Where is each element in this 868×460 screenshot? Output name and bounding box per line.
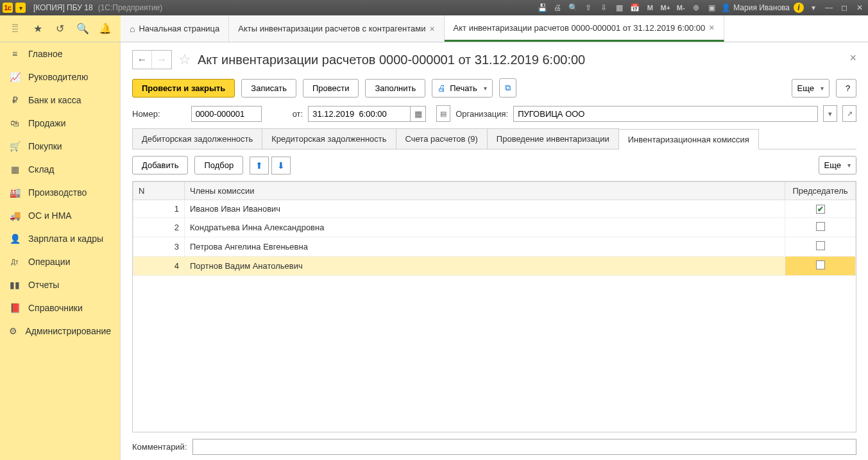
save-button[interactable]: Записать — [241, 79, 296, 98]
chairman-checkbox[interactable] — [816, 241, 825, 250]
sidebar-item-label: Руководителю — [28, 72, 88, 82]
sidebar-item-hr[interactable]: 👤Зарплата и кадры — [0, 227, 120, 250]
org-open-icon[interactable]: ↗ — [842, 105, 856, 122]
table-more-button[interactable]: Еще▾ — [819, 156, 856, 175]
tab-act-document[interactable]: Акт инвентаризации расчетов 0000-000001 … — [445, 15, 724, 42]
structure-button[interactable]: ⧉ — [499, 78, 516, 98]
table-row[interactable]: 3 Петрова Ангелина Евгеньевна — [133, 237, 856, 257]
org-dropdown-icon[interactable]: ▾ — [823, 105, 837, 122]
cell-member: Петрова Ангелина Евгеньевна — [185, 237, 785, 257]
sidebar-item-label: Операции — [28, 257, 71, 267]
memory-mminus-icon[interactable]: M- — [675, 2, 686, 13]
nav-forward-button[interactable]: → — [152, 51, 171, 69]
print-button[interactable]: 🖨 Печать ▾ — [432, 79, 493, 98]
help-button[interactable]: ? — [836, 79, 856, 98]
sidebar-item-purchases[interactable]: 🛒Покупки — [0, 135, 120, 158]
move-down-button[interactable]: ⬇ — [271, 157, 291, 175]
user-icon: 👤 — [721, 3, 731, 12]
tab-acts-label: Акты инвентаризации расчетов с контраген… — [238, 24, 425, 33]
subtab-inventory[interactable]: Проведение инвентаризации — [487, 128, 619, 149]
col-number[interactable]: N — [133, 182, 185, 200]
document-title: Акт инвентаризации расчетов 0000-000001 … — [198, 53, 585, 67]
close-document-icon[interactable]: × — [849, 51, 856, 65]
doc-icon[interactable]: ▤ — [436, 105, 450, 122]
app-menu-dropdown-icon[interactable]: ▾ — [15, 3, 26, 13]
save-icon[interactable]: 💾 — [536, 2, 548, 13]
pick-button[interactable]: Подбор — [194, 156, 243, 175]
sidebar-item-sales[interactable]: 🛍Продажи — [0, 112, 120, 135]
zoom-icon[interactable]: ⊕ — [690, 2, 702, 13]
sidebar-item-main[interactable]: ≡Главное — [0, 42, 120, 65]
chairman-checkbox[interactable]: ✔ — [816, 205, 825, 214]
maximize-icon[interactable]: ◻ — [838, 2, 850, 13]
truck-icon: 🚚 — [9, 210, 21, 221]
memory-mplus-icon[interactable]: M+ — [660, 2, 671, 13]
subtab-accounts[interactable]: Счета расчетов (9) — [396, 128, 488, 149]
doc-up-icon[interactable]: ⇧ — [583, 2, 594, 13]
sidebar-item-production[interactable]: 🏭Производство — [0, 181, 120, 204]
ruble-icon: ₽ — [9, 95, 21, 105]
fill-button[interactable]: Заполнить — [365, 79, 425, 98]
sidebar-item-operations[interactable]: ДтОперации — [0, 250, 120, 273]
chairman-checkbox[interactable] — [816, 222, 825, 231]
history-icon[interactable]: ↺ — [53, 22, 67, 36]
sidebar-item-catalogs[interactable]: 📕Справочники — [0, 296, 120, 319]
search-icon[interactable]: 🔍 — [76, 22, 90, 36]
sidebar-item-warehouse[interactable]: ▦Склад — [0, 158, 120, 181]
post-and-close-button[interactable]: Провести и закрыть — [132, 79, 235, 98]
favorite-star-icon[interactable]: ☆ — [178, 51, 191, 68]
minimize-icon[interactable]: — — [823, 2, 835, 13]
notifications-icon[interactable]: 🔔 — [98, 22, 112, 36]
close-window-icon[interactable]: ✕ — [854, 2, 865, 13]
chevron-down-icon: ▾ — [847, 162, 851, 169]
subtab-creditor[interactable]: Кредиторская задолженность — [262, 128, 396, 149]
sidebar-item-manager[interactable]: 📈Руководителю — [0, 65, 120, 89]
add-row-button[interactable]: Добавить — [132, 156, 188, 175]
sidebar-item-admin[interactable]: ⚙Администрирование — [0, 319, 120, 343]
sidebar-item-label: ОС и НМА — [28, 210, 72, 221]
doc-down-icon[interactable]: ⇩ — [598, 2, 609, 13]
comment-input[interactable] — [192, 439, 857, 455]
info-icon[interactable]: i — [794, 3, 804, 13]
tab-home[interactable]: ⌂ Начальная страница — [121, 15, 229, 42]
dropdown-icon[interactable]: ▾ — [808, 2, 819, 13]
col-member[interactable]: Члены комиссии — [185, 182, 785, 200]
nav-back-button[interactable]: ← — [133, 51, 152, 69]
number-label: Номер: — [132, 109, 160, 119]
print-icon[interactable]: 🖨 — [552, 2, 563, 13]
printer-icon: 🖨 — [438, 83, 446, 93]
more-label: Еще — [797, 83, 814, 93]
window-subtitle: (1С:Предприятие) — [98, 3, 163, 12]
sidebar-item-assets[interactable]: 🚚ОС и НМА — [0, 204, 120, 227]
table-row[interactable]: 4 Портнов Вадим Анатольевич — [133, 257, 856, 276]
tab-acts-list[interactable]: Акты инвентаризации расчетов с контраген… — [229, 15, 444, 42]
col-chairman[interactable]: Председатель — [785, 182, 856, 200]
memory-m-icon[interactable]: M — [644, 2, 656, 13]
subtab-commission[interactable]: Инвентаризационная комиссия — [618, 129, 759, 149]
more-label: Еще — [824, 160, 841, 170]
favorites-icon[interactable]: ★ — [31, 22, 45, 36]
subtab-debtor[interactable]: Дебиторская задолженность — [132, 128, 262, 149]
chairman-checkbox[interactable] — [816, 260, 825, 269]
close-icon[interactable]: × — [709, 22, 714, 33]
post-button[interactable]: Провести — [303, 79, 359, 98]
current-user[interactable]: 👤 Мария Иванова — [721, 3, 790, 12]
apps-grid-icon[interactable]: ⦙⦙⦙ — [8, 22, 22, 36]
more-actions-button[interactable]: Еще▾ — [792, 79, 830, 98]
preview-icon[interactable]: 🔍 — [567, 2, 579, 13]
move-up-button[interactable]: ⬆ — [250, 157, 269, 175]
table-row[interactable]: 1 Иванов Иван Иванович ✔ — [133, 200, 856, 218]
window-title: [КОПИЯ] ПБУ 18 — [33, 3, 93, 12]
calendar-picker-icon[interactable]: ▦ — [411, 106, 426, 122]
date-input[interactable] — [308, 106, 411, 122]
sidebar-item-reports[interactable]: ▮▮Отчеты — [0, 273, 120, 296]
sidebar-item-bank[interactable]: ₽Банк и касса — [0, 89, 120, 112]
number-input[interactable] — [191, 106, 262, 122]
windows-icon[interactable]: ▣ — [706, 2, 717, 13]
cart-icon: 🛒 — [9, 141, 21, 151]
calc-icon[interactable]: ▦ — [613, 2, 625, 13]
close-icon[interactable]: × — [429, 24, 434, 34]
calendar-icon[interactable]: 📅 — [629, 2, 640, 13]
organization-input[interactable] — [513, 106, 818, 122]
table-row[interactable]: 2 Кондратьева Инна Александровна — [133, 218, 856, 237]
